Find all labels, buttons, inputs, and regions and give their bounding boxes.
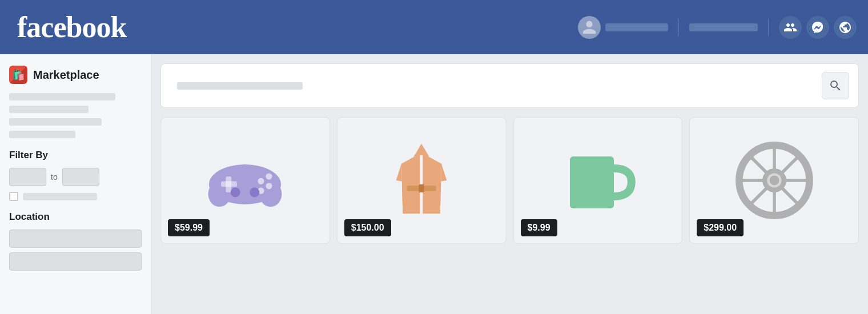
search-input-area[interactable] <box>170 75 822 96</box>
header-username-bar <box>605 23 668 31</box>
header-divider-1 <box>678 19 679 36</box>
product-price-2: $9.99 <box>521 219 557 236</box>
sidebar-title: Marketplace <box>33 69 99 82</box>
profile-area <box>578 16 668 39</box>
svg-point-7 <box>266 183 272 189</box>
coat-icon <box>381 140 461 220</box>
header-right <box>578 16 857 39</box>
main-content: $59.99 <box>151 54 868 314</box>
svg-point-6 <box>266 173 272 179</box>
sidebar-nav-item-3 <box>9 118 102 126</box>
product-price-0: $59.99 <box>168 219 210 236</box>
facebook-logo: facebook <box>17 10 126 44</box>
wheel-icon <box>734 140 814 220</box>
svg-point-9 <box>231 188 240 198</box>
messenger-icon-btn[interactable] <box>806 16 829 39</box>
product-card-2[interactable]: $9.99 <box>513 117 683 244</box>
price-to-label: to <box>51 172 58 182</box>
location-section: Location <box>9 211 142 271</box>
product-grid: $59.99 <box>160 117 859 244</box>
svg-rect-13 <box>570 156 614 208</box>
sidebar: 🛍️ Marketplace Filter By to Location <box>0 54 151 314</box>
svg-rect-12 <box>419 184 424 192</box>
header: facebook <box>0 0 868 54</box>
product-card-3[interactable]: $299.00 <box>689 117 859 244</box>
price-max-input[interactable] <box>62 168 99 186</box>
svg-point-20 <box>769 176 779 186</box>
sidebar-nav-item-2 <box>9 106 89 113</box>
marketplace-icon: 🛍️ <box>9 66 27 84</box>
search-bar-container <box>160 63 859 108</box>
sidebar-title-row: 🛍️ Marketplace <box>9 66 142 84</box>
sidebar-nav-item-1 <box>9 93 115 100</box>
page-body: 🛍️ Marketplace Filter By to Location <box>0 54 868 314</box>
svg-point-10 <box>250 188 260 198</box>
filter-checkbox-row <box>9 192 142 201</box>
header-search-bar[interactable] <box>689 23 758 31</box>
gamepad-icon <box>205 140 285 220</box>
sidebar-nav-item-4 <box>9 131 75 138</box>
mug-icon <box>558 140 638 220</box>
product-price-3: $299.00 <box>697 219 744 236</box>
search-button[interactable] <box>822 72 849 99</box>
product-price-1: $150.00 <box>344 219 391 236</box>
location-title: Location <box>9 211 142 223</box>
product-card-0[interactable]: $59.99 <box>160 117 330 244</box>
filter-section: Filter By to <box>9 150 142 201</box>
friends-icon-btn[interactable] <box>779 16 802 39</box>
filter-price-row: to <box>9 168 142 186</box>
sidebar-skeleton-nav <box>9 93 142 138</box>
avatar[interactable] <box>578 16 601 39</box>
svg-point-5 <box>258 178 264 184</box>
header-icons <box>779 16 857 39</box>
search-icon <box>829 79 842 92</box>
price-min-input[interactable] <box>9 168 46 186</box>
location-input[interactable] <box>9 230 142 248</box>
globe-icon-btn[interactable] <box>834 16 857 39</box>
header-divider-2 <box>768 19 769 36</box>
filter-checkbox-label <box>23 193 97 200</box>
search-placeholder-bar <box>177 82 303 90</box>
filter-checkbox[interactable] <box>9 192 18 201</box>
svg-rect-4 <box>226 176 232 192</box>
filter-title: Filter By <box>9 150 142 161</box>
product-card-1[interactable]: $150.00 <box>337 117 507 244</box>
location-input-2[interactable] <box>9 252 142 271</box>
